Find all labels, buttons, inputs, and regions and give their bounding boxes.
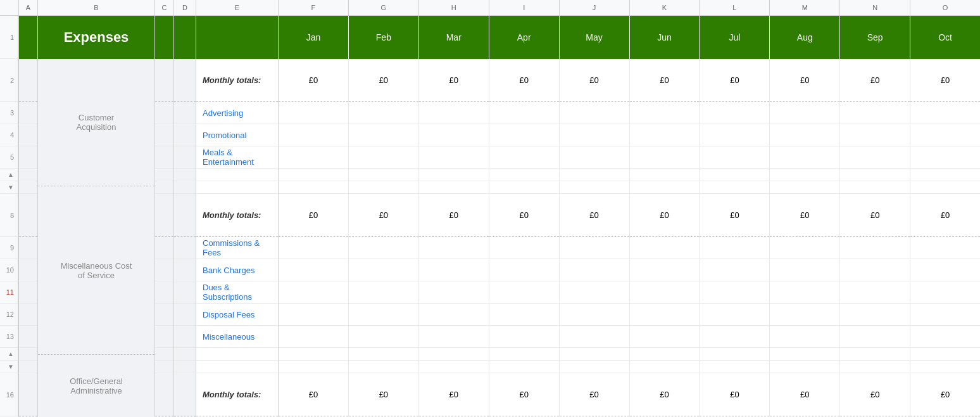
sep-r10 [840,259,910,281]
feb-r14 [349,348,418,361]
aug-r4 [770,124,839,146]
col-header-o: O [910,0,980,15]
oct-r11 [910,281,980,304]
feb-r8: £0 [349,194,418,237]
col-jan: Jan £0 £0 £0 [279,16,349,417]
d4 [174,124,196,146]
aug-r6 [770,169,839,181]
c11 [155,281,173,304]
d10 [174,259,196,281]
feb-r7 [349,181,418,194]
may-r10 [560,259,629,281]
spreadsheet: A B C D E F G H I J K L M N O 1 2 3 4 5 … [0,0,980,417]
mar-header: Mar [419,16,489,59]
mar-r8: £0 [419,194,489,237]
apr-r9 [489,237,559,259]
a8 [19,194,37,237]
e1 [196,16,278,59]
c10 [155,259,173,281]
mar-r4 [419,124,489,146]
may-r12 [560,304,629,326]
e5-meals: Meals & Entertainment [196,146,278,169]
jun-r3 [630,102,700,124]
jul-r16: £0 [700,373,769,416]
col-aug: Aug £0 £0 £0 [770,16,840,417]
a16 [19,373,37,416]
e7 [196,181,278,194]
oct-r12 [910,304,980,326]
oct-r15 [910,361,980,373]
sep-r12 [840,304,910,326]
oct-r5 [910,146,980,169]
col-header-f: F [279,0,349,15]
row-num-16: 16 [0,373,18,416]
feb-r3 [349,102,418,124]
apr-r11 [489,281,559,304]
e9-commissions: Commissions & Fees [196,237,278,259]
column-headers: A B C D E F G H I J K L M N O [0,0,980,16]
jan-r12 [279,304,348,326]
c9 [155,237,173,259]
may-r14 [560,348,629,361]
jun-r16: £0 [630,373,700,416]
row-numbers-col: 1 2 3 4 5 ▲ ▼ 8 9 10 11 12 13 ▲ [0,16,19,417]
feb-r15 [349,361,418,373]
mar-r11 [419,281,489,304]
jul-r13 [700,326,769,348]
oct-r8: £0 [910,194,980,237]
jan-r7 [279,181,348,194]
a10 [19,259,37,281]
aug-r16: £0 [770,373,839,416]
mar-r7 [419,181,489,194]
e15 [196,361,278,373]
may-r15 [560,361,629,373]
oct-r4 [910,124,980,146]
jul-r4 [700,124,769,146]
d11 [174,281,196,304]
col-mar: Mar £0 £0 £0 [419,16,489,417]
row-num-8: 8 [0,194,18,237]
category-office-admin: Office/GeneralAdministrative [38,355,154,417]
oct-r13 [910,326,980,348]
d8 [174,194,196,237]
oct-r9 [910,237,980,259]
may-r11 [560,281,629,304]
may-r2: £0 [560,59,629,102]
e16-totals: Monthly totals: [196,373,278,416]
apr-r4 [489,124,559,146]
c16 [155,373,173,416]
sep-header: Sep [840,16,910,59]
oct-r14 [910,348,980,361]
jun-r13 [630,326,700,348]
jul-r11 [700,281,769,304]
a7 [19,181,37,194]
sep-r8: £0 [840,194,910,237]
a14 [19,348,37,361]
jan-r14 [279,348,348,361]
e13-misc: Miscellaneous [196,326,278,348]
apr-r8: £0 [489,194,559,237]
jan-r8: £0 [279,194,348,237]
jul-r6 [700,169,769,181]
may-header: May [560,16,629,59]
c6 [155,169,173,181]
a3 [19,102,37,124]
col-header-j: J [560,0,630,15]
col-header-a: A [19,0,38,15]
sep-r16: £0 [840,373,910,416]
row-num-header [0,0,19,15]
d3 [174,102,196,124]
jan-r11 [279,281,348,304]
a12 [19,304,37,326]
row-num-9: 9 [0,237,18,259]
col-a [19,16,38,417]
col-d [174,16,196,417]
jul-r15 [700,361,769,373]
d14 [174,348,196,361]
jul-r9 [700,237,769,259]
aug-r12 [770,304,839,326]
aug-r8: £0 [770,194,839,237]
mar-r6 [419,169,489,181]
d7 [174,181,196,194]
e3-advertising: Advertising [196,102,278,124]
